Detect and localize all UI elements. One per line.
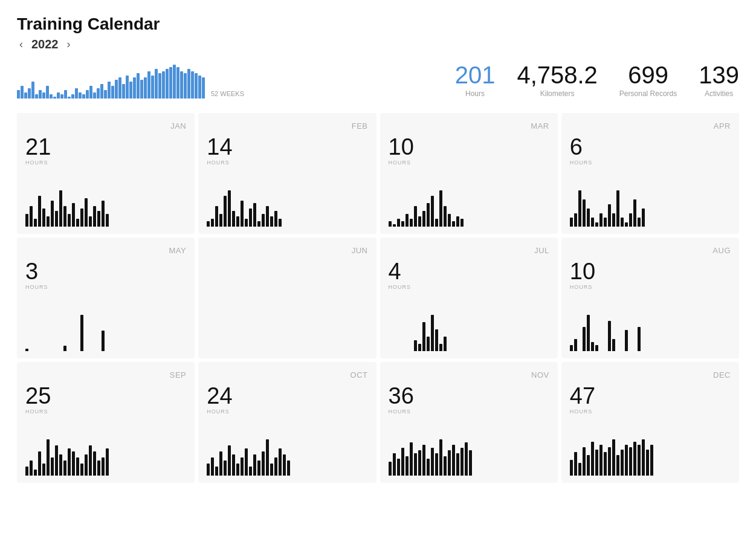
month-name: APR	[570, 121, 731, 131]
prev-year-button[interactable]: ‹	[17, 38, 25, 51]
month-bar	[583, 327, 586, 351]
month-hours-value: 4	[389, 260, 549, 283]
month-bar	[570, 460, 573, 476]
sparkline-bar	[24, 92, 27, 99]
month-bar	[76, 219, 79, 227]
month-name: SEP	[25, 370, 186, 380]
month-bar	[219, 214, 222, 227]
month-bar	[30, 460, 33, 476]
stat-item: 4,758.2Kilometers	[517, 63, 597, 98]
month-bar	[102, 457, 105, 476]
month-bar	[604, 452, 607, 476]
month-bar	[232, 454, 235, 476]
page-title: Training Calendar	[17, 15, 739, 34]
sparkline-bar	[155, 69, 158, 99]
month-bar	[236, 216, 239, 227]
month-hours-label: HOURS	[389, 160, 549, 166]
month-bar	[106, 214, 109, 227]
month-bar	[89, 216, 92, 227]
sparkline-bar	[60, 94, 63, 99]
month-bar	[583, 447, 586, 476]
month-card: OCT24HOURS	[198, 362, 376, 483]
month-bar	[270, 216, 273, 227]
month-bar	[215, 467, 218, 476]
month-bar	[629, 213, 632, 227]
month-bar	[595, 450, 598, 476]
month-bar	[219, 451, 222, 476]
month-hours-value: 25	[25, 384, 186, 407]
month-bar	[207, 221, 210, 227]
month-bar	[418, 344, 421, 351]
month-bar	[427, 203, 430, 227]
month-bar	[207, 464, 210, 476]
sparkline-bar	[68, 97, 71, 99]
sparkline-bar	[195, 73, 198, 99]
month-bar	[444, 456, 447, 476]
sparkline-bar	[86, 90, 89, 99]
month-bars	[207, 186, 367, 228]
month-bar	[599, 213, 603, 227]
month-bar	[591, 342, 594, 351]
month-bar	[612, 439, 615, 476]
month-bar	[63, 460, 66, 476]
year-navigation: ‹ 2022 ›	[17, 37, 739, 51]
month-bar	[55, 211, 58, 227]
month-bar	[612, 213, 615, 227]
month-bar	[266, 206, 269, 227]
month-bar	[646, 450, 649, 476]
sparkline-bar	[93, 92, 96, 99]
month-bar	[253, 454, 256, 476]
sparkline-bar	[147, 71, 150, 99]
month-bar	[241, 201, 244, 227]
month-hours-value: 14	[207, 135, 367, 158]
next-year-button[interactable]: ›	[65, 38, 73, 51]
stat-value: 699	[619, 63, 677, 87]
sparkline-bar	[100, 84, 103, 99]
month-bar	[72, 203, 75, 227]
sparkline-bar	[133, 77, 136, 99]
month-bar	[439, 190, 442, 227]
month-bar	[570, 345, 573, 351]
month-bar	[389, 462, 392, 476]
sparkline-bar	[202, 77, 205, 99]
sparkline-bar	[79, 92, 82, 99]
sparkline-bar	[173, 65, 176, 99]
sparkline-bar	[46, 86, 49, 99]
month-bar	[574, 213, 577, 227]
month-bar	[249, 208, 252, 227]
month-bar	[616, 190, 619, 227]
month-bar	[102, 331, 105, 351]
sparkline-bar	[39, 90, 42, 99]
month-bar	[621, 218, 624, 227]
month-bars	[25, 434, 186, 477]
month-bar	[422, 445, 425, 476]
sparkline-bar	[31, 82, 34, 99]
sparkline-bar	[184, 73, 187, 99]
month-bar	[633, 199, 636, 227]
month-bars	[570, 186, 731, 228]
sparkline-bar	[187, 69, 190, 99]
month-bar	[431, 448, 434, 476]
month-bar	[650, 445, 653, 476]
month-name: OCT	[207, 370, 367, 380]
month-bar	[448, 214, 451, 227]
month-bar	[431, 196, 434, 227]
month-card: AUG10HOURS	[561, 237, 739, 358]
month-bar	[621, 450, 624, 476]
sparkline-bar	[21, 86, 24, 99]
sparkline-bar	[50, 94, 53, 99]
month-hours-label: HOURS	[389, 284, 549, 290]
stat-label: Activities	[699, 89, 739, 98]
month-bar	[629, 447, 632, 476]
month-bars	[25, 310, 186, 352]
sparkline-bar	[111, 86, 114, 99]
month-bar	[456, 216, 459, 227]
month-bar	[608, 204, 611, 227]
month-card: DEC47HOURS	[561, 362, 739, 483]
month-bar	[102, 201, 105, 227]
month-bars	[389, 186, 549, 228]
month-hours-value: 3	[25, 260, 186, 283]
month-bar	[283, 454, 286, 476]
sparkline-bar	[71, 94, 74, 99]
month-bar	[224, 460, 227, 476]
